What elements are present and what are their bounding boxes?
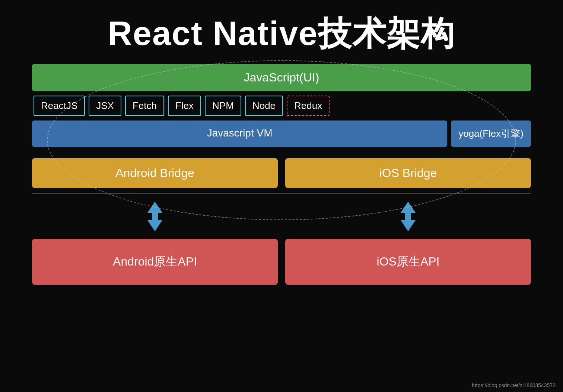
tech-box-reactjs: ReactJS bbox=[34, 96, 85, 116]
js-ui-bar: JavaScript(UI) bbox=[32, 64, 531, 91]
android-arrow-container bbox=[32, 198, 278, 235]
svg-marker-0 bbox=[147, 202, 162, 213]
separator-line bbox=[32, 193, 531, 194]
page-title: React Native技术架构 bbox=[0, 0, 563, 64]
watermark: https://blog.csdn.net/zl18603543572 bbox=[472, 382, 556, 388]
svg-rect-1 bbox=[152, 212, 158, 221]
tech-box-npm: NPM bbox=[205, 96, 241, 116]
android-bridge-box: Android Bridge bbox=[32, 158, 278, 188]
tech-row: ReactJS JSX Fetch Flex NPM Node Redux bbox=[32, 96, 531, 116]
arrows-section bbox=[32, 198, 531, 235]
svg-marker-5 bbox=[401, 220, 416, 231]
android-arrow-icon bbox=[144, 202, 166, 231]
ios-native-box: iOS原生API bbox=[285, 239, 531, 285]
svg-marker-3 bbox=[401, 202, 416, 213]
ios-bridge-box: iOS Bridge bbox=[285, 158, 531, 188]
yoga-bar: yoga(Flex引擎) bbox=[451, 121, 531, 147]
ios-arrow-icon bbox=[397, 202, 419, 231]
android-native-box: Android原生API bbox=[32, 239, 278, 285]
javascript-vm-bar: Javascript VM bbox=[32, 121, 447, 147]
svg-rect-4 bbox=[405, 212, 411, 221]
vm-row: Javascript VM yoga(Flex引擎) bbox=[32, 121, 531, 147]
ios-arrow-container bbox=[285, 198, 531, 235]
bridges-section: Android Bridge iOS Bridge bbox=[32, 158, 531, 188]
tech-box-jsx: JSX bbox=[89, 96, 121, 116]
tech-box-redux: Redux bbox=[287, 96, 330, 116]
tech-box-fetch: Fetch bbox=[125, 96, 164, 116]
architecture-diagram: JavaScript(UI) ReactJS JSX Fetch Flex NP… bbox=[32, 64, 531, 285]
native-section: Android原生API iOS原生API bbox=[32, 239, 531, 285]
tech-box-flex: Flex bbox=[168, 96, 201, 116]
svg-marker-2 bbox=[147, 220, 162, 231]
tech-box-node: Node bbox=[245, 96, 283, 116]
